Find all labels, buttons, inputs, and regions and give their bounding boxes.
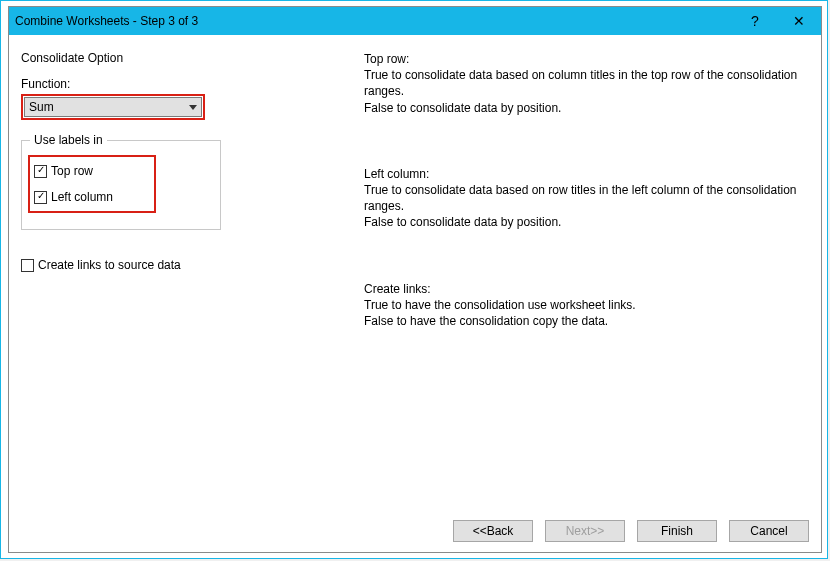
create-links-option[interactable]: Create links to source data (21, 258, 338, 272)
function-select-highlight: Sum (21, 94, 205, 120)
cancel-button-label: Cancel (750, 524, 787, 538)
next-button-label: Next>> (566, 524, 605, 538)
left-column-desc-line1: True to consolidate data based on row ti… (364, 182, 807, 214)
titlebar: Combine Worksheets - Step 3 of 3 ? ✕ (9, 7, 821, 35)
close-button[interactable]: ✕ (777, 7, 821, 35)
top-row-description: Top row: True to consolidate data based … (364, 51, 807, 116)
back-button-label: <<Back (473, 524, 514, 538)
section-heading: Consolidate Option (21, 51, 338, 65)
button-row: <<Back Next>> Finish Cancel (453, 520, 809, 542)
create-links-checkbox[interactable] (21, 259, 34, 272)
content-area: Consolidate Option Function: Sum Use lab… (9, 35, 821, 552)
help-button[interactable]: ? (733, 7, 777, 35)
use-labels-legend: Use labels in (30, 133, 107, 147)
top-row-desc-line2: False to consolidate data by position. (364, 100, 807, 116)
dialog-window: Combine Worksheets - Step 3 of 3 ? ✕ Con… (8, 6, 822, 553)
left-column-desc-heading: Left column: (364, 166, 807, 182)
back-button[interactable]: <<Back (453, 520, 533, 542)
top-row-label: Top row (51, 164, 93, 178)
left-column-option[interactable]: Left column (34, 187, 126, 207)
cancel-button[interactable]: Cancel (729, 520, 809, 542)
close-icon: ✕ (793, 13, 805, 29)
create-links-desc-line1: True to have the consolidation use works… (364, 297, 807, 313)
labels-highlight: Top row Left column (28, 155, 156, 213)
finish-button[interactable]: Finish (637, 520, 717, 542)
app-frame: Combine Worksheets - Step 3 of 3 ? ✕ Con… (0, 0, 828, 559)
finish-button-label: Finish (661, 524, 693, 538)
window-title: Combine Worksheets - Step 3 of 3 (9, 14, 733, 28)
create-links-desc-line2: False to have the consolidation copy the… (364, 313, 807, 329)
left-column-desc-line2: False to consolidate data by position. (364, 214, 807, 230)
function-label: Function: (21, 77, 338, 91)
left-column-description: Left column: True to consolidate data ba… (364, 166, 807, 231)
function-select[interactable]: Sum (24, 97, 202, 117)
chevron-down-icon (189, 105, 197, 110)
next-button: Next>> (545, 520, 625, 542)
top-row-desc-heading: Top row: (364, 51, 807, 67)
top-row-checkbox[interactable] (34, 165, 47, 178)
create-links-label: Create links to source data (38, 258, 181, 272)
help-icon: ? (751, 13, 759, 29)
create-links-desc-heading: Create links: (364, 281, 807, 297)
left-column-label: Left column (51, 190, 113, 204)
left-column-checkbox[interactable] (34, 191, 47, 204)
use-labels-fieldset: Use labels in Top row Left column (21, 140, 221, 230)
top-row-desc-line1: True to consolidate data based on column… (364, 67, 807, 99)
top-row-option[interactable]: Top row (34, 161, 126, 181)
left-pane: Consolidate Option Function: Sum Use lab… (9, 35, 354, 552)
function-select-value: Sum (29, 100, 54, 114)
create-links-description: Create links: True to have the consolida… (364, 281, 807, 330)
right-pane: Top row: True to consolidate data based … (354, 35, 821, 552)
